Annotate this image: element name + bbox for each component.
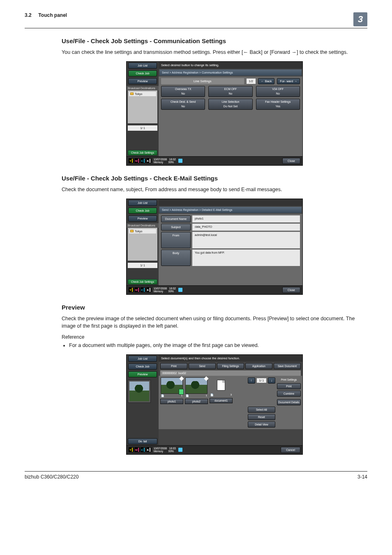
- tab-save-document[interactable]: Save Document: [274, 363, 301, 369]
- toner-y-icon: Y: [129, 158, 134, 163]
- cell-fax-header[interactable]: Fax Header SettingsYes: [256, 99, 300, 110]
- check-job-settings-button[interactable]: Check Job Settings: [128, 150, 157, 155]
- datetime-memory: 10/07/2008 18:02 Memory 99%: [154, 158, 176, 164]
- thumb-copies-icon: 📄: [210, 393, 213, 396]
- para-email-settings: Check the document name, subject, From a…: [62, 186, 367, 194]
- back-button[interactable]: ← Back: [258, 78, 274, 84]
- heading-comm-settings: Use/File - Check Job Settings - Communic…: [62, 37, 367, 44]
- page-number: 3-14: [357, 474, 367, 480]
- next-page-button[interactable]: ↓: [268, 377, 275, 384]
- destination-list: Tokyo: [128, 90, 157, 123]
- tab-check-job[interactable]: Check Job: [128, 70, 157, 76]
- para-comm-settings: You can check the line settings and tran…: [62, 49, 367, 56]
- preview-thumbnail: [128, 380, 151, 403]
- section-breadcrumb: 3.2 Touch panel: [25, 12, 67, 18]
- thumb-photo1[interactable]: 📄1 photo1: [160, 377, 183, 404]
- destination-tokyo[interactable]: Tokyo: [129, 229, 156, 234]
- right-area: Select desired button to change its sett…: [159, 62, 302, 156]
- thumb-copies-icon: 📄: [186, 394, 189, 397]
- heading-preview: Preview: [62, 304, 367, 311]
- status-icon: [178, 159, 182, 163]
- value-subject: data_PHOTO: [192, 224, 300, 231]
- label-from: From: [161, 232, 191, 248]
- cell-line-selection[interactable]: Line SelectionDo Not Set: [208, 99, 252, 110]
- toner-y-icon: Y: [129, 287, 134, 292]
- toner-k-icon: K: [146, 158, 151, 163]
- tab-check-job[interactable]: Check Job: [128, 208, 157, 214]
- breadcrumb: Send > Address Registration > Detailed E…: [159, 207, 302, 213]
- status-icon: [178, 288, 182, 292]
- forward-button[interactable]: For- ward →: [277, 78, 300, 84]
- panel-footer: Y M C K 10/07/2008 18:02 Memory 99% Clos…: [127, 156, 302, 165]
- label-subject: Subject: [161, 224, 191, 231]
- status-icon: [178, 448, 182, 452]
- check-job-settings-button[interactable]: Check Job Settings: [128, 279, 157, 284]
- combine-button[interactable]: Combine: [277, 391, 301, 397]
- panel-comm-settings: Job List Check Job Preview Broadcast Des…: [126, 61, 303, 166]
- thumb-photo2-label: photo2: [185, 399, 208, 404]
- toner-levels: Y M C K: [129, 158, 151, 163]
- tab-print[interactable]: Print: [160, 363, 187, 369]
- toner-levels: Y M C K: [129, 287, 151, 292]
- tab-job-list[interactable]: Job List: [128, 62, 157, 69]
- label-document-name: Document Name: [161, 215, 191, 222]
- prev-page-button[interactable]: ↑: [248, 377, 255, 384]
- thumb-document1[interactable]: 📄3 document1: [210, 377, 233, 404]
- page-header: 3.2 Touch panel 3: [25, 12, 367, 28]
- select-all-button[interactable]: Select All: [248, 407, 275, 413]
- tab-check-job[interactable]: Check Job: [128, 363, 157, 370]
- document-details-button[interactable]: Document Details: [277, 399, 301, 405]
- reference-label: Reference: [62, 334, 367, 340]
- tab-filing-settings[interactable]: Filing Settings: [217, 363, 244, 369]
- thumb-photo1-label: photo1: [160, 399, 183, 404]
- value-body: You got data from MFP.: [192, 250, 300, 266]
- toner-c-icon: C: [141, 447, 145, 452]
- detail-view-button[interactable]: Detail View: [248, 421, 275, 428]
- toner-m-icon: M: [134, 447, 140, 452]
- page-counter: 1/2: [247, 79, 256, 84]
- instruction-text: Select desired button to change its sett…: [159, 62, 302, 69]
- toner-c-icon: C: [141, 158, 145, 163]
- page-footer: bizhub C360/C280/C220 3-14: [25, 471, 367, 480]
- envelope-icon: [130, 92, 134, 95]
- reset-button[interactable]: Reset: [248, 414, 275, 420]
- page-indicator: 1/ 1: [128, 263, 157, 268]
- close-button[interactable]: Close: [282, 158, 300, 164]
- value-from: admin@test.local: [192, 232, 300, 248]
- toner-k-icon: K: [146, 287, 151, 292]
- destination-tokyo[interactable]: Tokyo: [129, 92, 156, 96]
- label-broadcast-dest: Broadcast Destinations: [127, 223, 159, 228]
- panel-preview: Job List Check Job Preview De- tail Sele…: [126, 354, 303, 455]
- instruction-text: Select document(s) and then choose the d…: [159, 355, 302, 362]
- tab-preview[interactable]: Preview: [128, 215, 157, 222]
- detail-button[interactable]: De- tail: [128, 438, 157, 444]
- tab-preview[interactable]: Preview: [128, 371, 157, 377]
- tab-preview[interactable]: Preview: [128, 78, 157, 84]
- right-area: Send > Address Registration > Detailed E…: [159, 199, 302, 285]
- thumb-page-counter: 1/ 1: [257, 378, 267, 383]
- thumb-copies-icon: 📄: [161, 394, 164, 397]
- cell-check-dest-send[interactable]: Check Dest. & SendNo: [161, 99, 205, 110]
- left-sidebar: Job List Check Job Preview Broadcast Des…: [127, 199, 159, 285]
- toner-c-icon: C: [141, 287, 145, 292]
- tab-application[interactable]: Application: [245, 363, 272, 369]
- cell-v34-off[interactable]: V34 OFFNo: [256, 86, 300, 97]
- document-icon: [217, 380, 225, 391]
- tab-send[interactable]: Send: [189, 363, 216, 369]
- panel-footer: Y M C K 10/07/2008 18:02 Memory 99% Clos…: [127, 285, 302, 294]
- label-body: Body: [161, 250, 191, 266]
- page-indicator: 1/ 1: [128, 125, 157, 131]
- tab-job-list[interactable]: Job List: [128, 200, 157, 206]
- datetime-memory: 10/07/2008 18:03 Memory 99%: [154, 447, 176, 453]
- envelope-icon: [130, 230, 134, 232]
- thumb-photo2[interactable]: 📄1 photo2: [185, 377, 208, 404]
- cell-overseas-tx[interactable]: Overseas TXNo: [161, 86, 205, 97]
- toner-k-icon: K: [146, 447, 151, 452]
- print-button[interactable]: Print: [277, 383, 301, 389]
- chapter-badge: 3: [353, 12, 367, 26]
- toner-levels: Y M C K: [129, 447, 151, 452]
- cancel-button[interactable]: Cancel: [281, 447, 300, 453]
- close-button[interactable]: Close: [282, 287, 300, 293]
- cell-ecm-off[interactable]: ECM OFFNo: [208, 86, 252, 97]
- tab-job-list[interactable]: Job List: [128, 356, 157, 362]
